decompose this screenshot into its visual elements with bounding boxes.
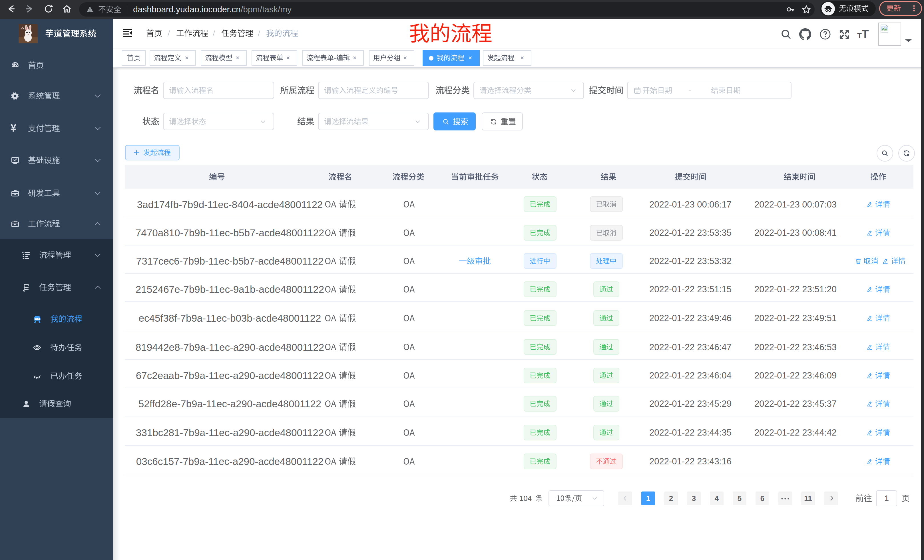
svg-text:T: T: [857, 31, 862, 40]
svg-text:T: T: [862, 28, 868, 40]
